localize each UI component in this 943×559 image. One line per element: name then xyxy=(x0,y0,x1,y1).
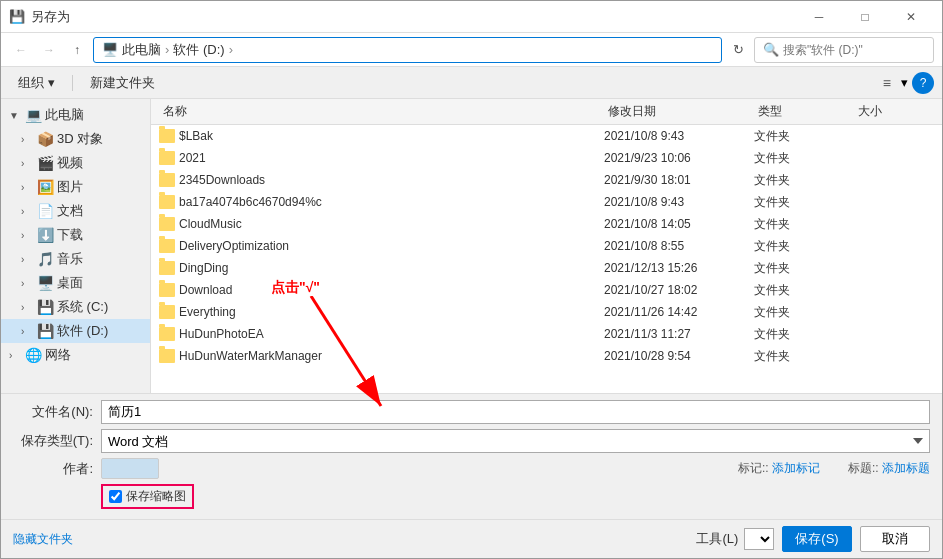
sidebar-item-music[interactable]: › 🎵 音乐 xyxy=(1,247,150,271)
table-row[interactable]: Everything 2021/11/26 14:42 文件夹 xyxy=(151,301,942,323)
organize-button[interactable]: 组织 ▾ xyxy=(9,70,64,96)
filetype-label: 保存类型(T): xyxy=(13,432,93,450)
forward-button[interactable]: → xyxy=(37,38,61,62)
file-date: 2021/9/30 18:01 xyxy=(604,173,754,187)
footer: 隐藏文件夹 工具(L) 保存(S) 取消 xyxy=(1,519,942,558)
table-row[interactable]: HuDunWaterMarkManager 2021/10/28 9:54 文件… xyxy=(151,345,942,367)
search-input[interactable] xyxy=(783,43,933,57)
folder-icon xyxy=(159,217,175,231)
table-row[interactable]: DeliveryOptimization 2021/10/8 8:55 文件夹 xyxy=(151,235,942,257)
sidebar-item-doc[interactable]: › 📄 文档 xyxy=(1,199,150,223)
organize-chevron-icon: ▾ xyxy=(48,75,55,90)
sidebar-item-pc[interactable]: ▼ 💻 此电脑 xyxy=(1,103,150,127)
file-type: 文件夹 xyxy=(754,238,854,255)
expand-icon: › xyxy=(21,302,33,313)
tools-label: 工具(L) xyxy=(696,528,774,550)
maximize-button[interactable]: □ xyxy=(842,1,888,33)
filename-input[interactable] xyxy=(101,400,930,424)
save-dialog: 💾 另存为 ─ □ ✕ ← → ↑ 🖥️ 此电脑 › 软件 (D:) › ↻ 🔍… xyxy=(0,0,943,559)
sidebar-item-video[interactable]: › 🎬 视频 xyxy=(1,151,150,175)
table-row[interactable]: CloudMusic 2021/10/8 14:05 文件夹 xyxy=(151,213,942,235)
sidebar-item-desktop[interactable]: › 🖥️ 桌面 xyxy=(1,271,150,295)
file-name: 2345Downloads xyxy=(179,173,265,187)
path-pc: 此电脑 xyxy=(122,41,161,59)
table-row[interactable]: HuDunPhotoEA 2021/11/3 11:27 文件夹 xyxy=(151,323,942,345)
sidebar-item-3d[interactable]: › 📦 3D 对象 xyxy=(1,127,150,151)
address-path[interactable]: 🖥️ 此电脑 › 软件 (D:) › xyxy=(93,37,722,63)
col-name[interactable]: 名称 xyxy=(159,103,604,120)
filename-label: 文件名(N): xyxy=(13,403,93,421)
save-button[interactable]: 保存(S) xyxy=(782,526,852,552)
expand-icon: ▼ xyxy=(9,110,21,121)
minimize-button[interactable]: ─ xyxy=(796,1,842,33)
tools-select[interactable] xyxy=(744,528,774,550)
file-date: 2021/10/8 9:43 xyxy=(604,195,754,209)
table-row[interactable]: $LBak 2021/10/8 9:43 文件夹 xyxy=(151,125,942,147)
filetype-select[interactable]: Word 文档 xyxy=(101,429,930,453)
expand-icon: › xyxy=(21,278,33,289)
addressbar: ← → ↑ 🖥️ 此电脑 › 软件 (D:) › ↻ 🔍 xyxy=(1,33,942,67)
table-row[interactable]: 2021 2021/9/23 10:06 文件夹 xyxy=(151,147,942,169)
view-button[interactable]: ≡ xyxy=(877,72,897,94)
path-sep-2: › xyxy=(229,42,233,57)
col-size[interactable]: 大小 xyxy=(854,103,934,120)
table-row[interactable]: 2345Downloads 2021/9/30 18:01 文件夹 xyxy=(151,169,942,191)
path-sep-1: › xyxy=(165,42,169,57)
thumbnail-checkbox[interactable] xyxy=(109,490,122,503)
desktop-icon: 🖥️ xyxy=(37,275,53,291)
path-drive: 软件 (D:) xyxy=(173,41,224,59)
drive-c-icon: 💾 xyxy=(37,299,53,315)
close-button[interactable]: ✕ xyxy=(888,1,934,33)
table-row[interactable]: ba17a4074b6c4670d94%c 2021/10/8 9:43 文件夹 xyxy=(151,191,942,213)
sidebar-item-label: 文档 xyxy=(57,202,83,220)
file-name: 2021 xyxy=(179,151,206,165)
up-button[interactable]: ↑ xyxy=(65,38,89,62)
hide-folders-link[interactable]: 隐藏文件夹 xyxy=(13,531,73,548)
download-icon: ⬇️ xyxy=(37,227,53,243)
sidebar-item-sysC[interactable]: › 💾 系统 (C:) xyxy=(1,295,150,319)
sidebar-item-label: 下载 xyxy=(57,226,83,244)
file-type: 文件夹 xyxy=(754,304,854,321)
folder-icon xyxy=(159,283,175,297)
drive-d-icon: 💾 xyxy=(37,323,53,339)
new-folder-button[interactable]: 新建文件夹 xyxy=(81,70,164,96)
file-type: 文件夹 xyxy=(754,326,854,343)
thumbnail-label: 保存缩略图 xyxy=(126,488,186,505)
music-icon: 🎵 xyxy=(37,251,53,267)
thumbnail-checkbox-label[interactable]: 保存缩略图 xyxy=(101,484,194,509)
table-row[interactable]: Download 2021/10/27 18:02 文件夹 xyxy=(151,279,942,301)
folder-icon xyxy=(159,195,175,209)
folder-icon xyxy=(159,261,175,275)
file-type: 文件夹 xyxy=(754,150,854,167)
file-name: Download xyxy=(179,283,232,297)
file-date: 2021/11/3 11:27 xyxy=(604,327,754,341)
cancel-button[interactable]: 取消 xyxy=(860,526,930,552)
sidebar-item-label: 视频 xyxy=(57,154,83,172)
sidebar-item-picture[interactable]: › 🖼️ 图片 xyxy=(1,175,150,199)
add-tag-link[interactable]: 添加标记 xyxy=(772,461,820,475)
table-row[interactable]: DingDing 2021/12/13 15:26 文件夹 xyxy=(151,257,942,279)
search-icon: 🔍 xyxy=(763,42,779,57)
expand-icon: › xyxy=(21,134,33,145)
filename-row: 文件名(N): xyxy=(13,400,930,424)
col-date[interactable]: 修改日期 xyxy=(604,103,754,120)
author-tag xyxy=(101,458,159,479)
folder-icon xyxy=(159,151,175,165)
add-title-link[interactable]: 添加标题 xyxy=(882,461,930,475)
help-button[interactable]: ? xyxy=(912,72,934,94)
search-box: 🔍 xyxy=(754,37,934,63)
organize-label: 组织 xyxy=(18,74,44,92)
folder-icon xyxy=(159,349,175,363)
file-name: DeliveryOptimization xyxy=(179,239,289,253)
sidebar-item-softD[interactable]: › 💾 软件 (D:) xyxy=(1,319,150,343)
checkbox-row: 保存缩略图 xyxy=(101,484,930,509)
col-type[interactable]: 类型 xyxy=(754,103,854,120)
sidebar-item-label: 网络 xyxy=(45,346,71,364)
dialog-title: 另存为 xyxy=(31,8,796,26)
sidebar-item-download[interactable]: › ⬇️ 下载 xyxy=(1,223,150,247)
refresh-button[interactable]: ↻ xyxy=(726,38,750,62)
file-date: 2021/10/28 9:54 xyxy=(604,349,754,363)
sidebar-item-network[interactable]: › 🌐 网络 xyxy=(1,343,150,367)
pc-icon: 💻 xyxy=(25,107,41,123)
back-button[interactable]: ← xyxy=(9,38,33,62)
